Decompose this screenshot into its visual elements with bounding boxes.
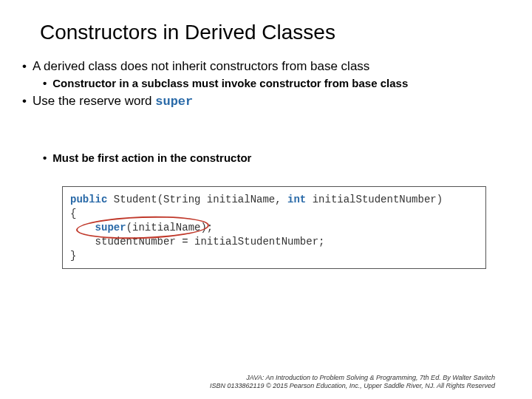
slide-footer: JAVA: An Introduction to Problem Solving… (210, 374, 495, 391)
bullet-level1: • Use the reserve word super (22, 94, 510, 109)
code-keyword-super: super (155, 95, 193, 109)
code-text: Student(String initialName, (107, 194, 287, 205)
code-line: } (70, 249, 478, 263)
slide-title: Constructors in Derived Classes (40, 21, 510, 44)
bullet-text: Constructor in a subclass must invoke co… (52, 77, 408, 89)
spacer (22, 112, 510, 149)
footer-line: ISBN 0133862119 © 2015 Pearson Education… (210, 382, 495, 390)
bullet-text: A derived class does not inherit constru… (33, 59, 369, 74)
code-snippet-box: public Student(String initialName, int i… (62, 186, 486, 269)
code-keyword: super (95, 222, 126, 233)
footer-line: JAVA: An Introduction to Problem Solving… (210, 374, 495, 382)
code-line: { (70, 207, 478, 221)
bullet-text-pre: Use the reserve word (33, 94, 155, 108)
bullet-dot-icon: • (43, 151, 47, 164)
bullet-level2: • Constructor in a subclass must invoke … (43, 77, 510, 89)
bullet-dot-icon: • (22, 94, 27, 109)
bullet-text: Must be first action in the constructor (52, 151, 251, 164)
code-indent (70, 222, 95, 233)
bullet-level2: • Must be first action in the constructo… (43, 151, 510, 164)
spacer (22, 167, 510, 180)
code-text: initialStudentNumber) (306, 194, 443, 205)
code-keyword: int (287, 194, 306, 205)
code-line: super(initialName); (70, 221, 478, 235)
code-line: studentNumber = initialStudentNumber; (70, 235, 478, 249)
bullet-text: Use the reserve word super (33, 94, 193, 109)
slide-body: Constructors in Derived Classes • A deri… (0, 0, 532, 269)
code-text: (initialName); (126, 222, 214, 233)
bullet-dot-icon: • (22, 59, 27, 74)
code-keyword: public (70, 194, 107, 205)
bullet-dot-icon: • (43, 77, 47, 89)
bullet-level1: • A derived class does not inherit const… (22, 59, 510, 74)
code-line: public Student(String initialName, int i… (70, 193, 478, 207)
